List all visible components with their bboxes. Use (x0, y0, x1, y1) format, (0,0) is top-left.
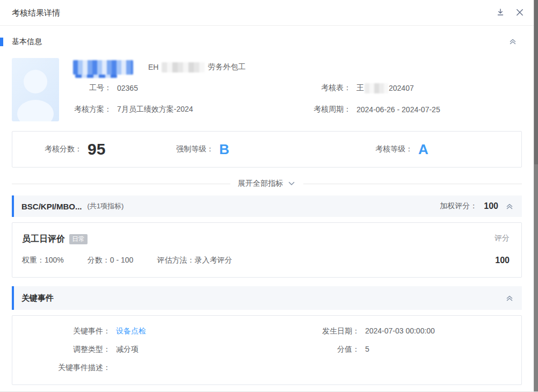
close-icon[interactable] (514, 7, 525, 18)
key-event-link[interactable]: 设备点检 (116, 326, 146, 336)
event-date-cell: 发生日期： 2024-07-03 00:00:00 (287, 326, 521, 336)
range-label: 分数： (88, 256, 110, 264)
employee-name-redacted (73, 60, 133, 75)
event-desc-label: 关键事件描述： (12, 363, 111, 373)
indicator-card-left: 员工日评价 日常 权重：100% 分数：0 - 100 评估方法：录入考评分 (22, 234, 461, 265)
key-event-label: 关键事件： (12, 326, 111, 336)
indicator-group-count: (共1项指标) (88, 201, 124, 211)
section-marker (0, 38, 3, 46)
key-events-header-right (505, 294, 514, 302)
indicator-weight: 权重：100% (22, 256, 64, 265)
indicator-badge: 日常 (69, 234, 88, 244)
key-event-row-1: 关键事件： 设备点检 发生日期： 2024-07-03 00:00:00 (12, 326, 521, 336)
employee-name-row: EH 劳务外包工 (73, 58, 522, 76)
employee-block: EH 劳务外包工 工号： 02365 考核表： 王 (12, 58, 522, 121)
key-event-cell: 关键事件： 设备点检 (12, 326, 287, 336)
forced-grade-cell: 强制等级： B (176, 142, 375, 156)
emp-no-label: 工号： (73, 83, 112, 93)
expand-indicators-row: 展开全部指标 (12, 176, 522, 191)
field-sheet: 考核表： 王 202407 (297, 83, 522, 93)
scrollbar-thumb[interactable] (534, 0, 538, 164)
indicator-range: 分数：0 - 100 (88, 256, 134, 265)
score-summary-card: 考核分数： 95 强制等级： B 考核等级： A (12, 131, 522, 168)
employee-tag-prefix: EH (148, 63, 158, 71)
collapse-group-icon[interactable] (505, 202, 514, 210)
assessment-score-label: 考核分数： (45, 144, 82, 154)
employee-fields: 工号： 02365 考核表： 王 202407 考核方案： 7月员工绩效方案- (73, 83, 522, 115)
indicator-fields: 权重：100% 分数：0 - 100 评估方法：录入考评分 (22, 256, 461, 265)
expand-all-label: 展开全部指标 (238, 179, 283, 188)
assessment-score-value: 95 (88, 141, 105, 157)
indicator-name: 员工日评价 (22, 234, 65, 245)
range-value: 0 - 100 (110, 256, 134, 264)
basic-info-title: 基本信息 (12, 37, 42, 47)
expand-all-indicators-button[interactable]: 展开全部指标 (230, 179, 303, 188)
assessment-grade-value: A (418, 142, 428, 156)
indicator-group-title: BSC/KPI/MBO... (21, 202, 82, 211)
sheet-value-prefix: 王 (357, 83, 364, 93)
method-label: 评估方法： (157, 256, 194, 264)
points-label: 分值： (287, 345, 360, 354)
event-date-value: 2024-07-03 00:00:00 (365, 326, 435, 336)
key-event-card: 关键事件： 设备点检 发生日期： 2024-07-03 00:00:00 调整类… (12, 315, 522, 385)
field-period: 考核周期： 2024-06-26 - 2024-07-25 (297, 104, 522, 115)
plan-value: 7月员工绩效方案-2024 (117, 105, 193, 114)
indicator-score-value: 100 (461, 256, 510, 265)
dialog-body: 基本信息 EH 劳务外包 (0, 37, 534, 385)
key-events-title: 关键事件 (21, 293, 54, 303)
method-value: 录入考评分 (194, 256, 232, 264)
header-actions (495, 7, 525, 18)
assessment-grade-label: 考核等级： (375, 144, 413, 154)
weight-value: 100% (45, 256, 64, 264)
indicator-card-right: 评分 100 (461, 234, 510, 265)
sheet-value: 王 202407 (357, 83, 414, 93)
divider-left (12, 184, 230, 184)
vertical-scrollbar[interactable] (534, 0, 538, 391)
employment-type-label: 劳务外包工 (208, 62, 245, 72)
sheet-value-redacted (365, 83, 388, 93)
employee-tags: EH 劳务外包工 (148, 62, 245, 72)
collapse-basic-info-icon[interactable] (508, 37, 518, 47)
weighted-score-value: 100 (484, 201, 498, 211)
key-events-section-header: 关键事件 (12, 286, 522, 310)
field-emp-no: 工号： 02365 (73, 83, 297, 93)
period-label: 考核周期： (297, 105, 351, 114)
basic-info-section-header: 基本信息 (12, 37, 522, 47)
divider-right (303, 184, 522, 184)
indicator-title-row: 员工日评价 日常 (22, 234, 461, 245)
score-column-header: 评分 (461, 234, 510, 243)
adjust-type-cell: 调整类型： 减分项 (12, 345, 287, 354)
indicator-card: 员工日评价 日常 权重：100% 分数：0 - 100 评估方法：录入考评分 (12, 222, 522, 278)
sheet-label: 考核表： (297, 83, 351, 93)
key-event-row-3: 关键事件描述： (12, 363, 521, 373)
points-value: 5 (365, 345, 369, 354)
assessment-detail-dialog: 考核结果详情 基本信息 (0, 0, 538, 392)
sheet-value-suffix: 202407 (389, 84, 414, 92)
plan-label: 考核方案： (73, 105, 112, 114)
employee-info: EH 劳务外包工 工号： 02365 考核表： 王 (73, 58, 522, 121)
weight-label: 权重： (22, 256, 45, 264)
employee-tag-redacted (162, 62, 205, 72)
emp-no-value: 02365 (117, 84, 138, 92)
avatar (12, 58, 59, 121)
event-desc-cell: 关键事件描述： (12, 363, 287, 373)
field-plan: 考核方案： 7月员工绩效方案-2024 (73, 104, 297, 115)
weighted-score-label: 加权评分： (440, 201, 477, 211)
page-title: 考核结果详情 (12, 8, 60, 18)
indicator-group-right: 加权评分： 100 (440, 201, 514, 211)
event-date-label: 发生日期： (287, 326, 360, 336)
indicator-method: 评估方法：录入考评分 (157, 256, 232, 265)
period-value: 2024-06-26 - 2024-07-25 (357, 105, 440, 114)
forced-grade-label: 强制等级： (176, 144, 214, 154)
key-event-row-2: 调整类型： 减分项 分值： 5 (12, 345, 521, 354)
indicator-group-header: BSC/KPI/MBO... (共1项指标) 加权评分： 100 (12, 195, 522, 217)
assessment-grade-cell: 考核等级： A (375, 142, 521, 156)
key-event-rows: 关键事件： 设备点检 发生日期： 2024-07-03 00:00:00 调整类… (12, 326, 521, 373)
assessment-score-cell: 考核分数： 95 (12, 141, 176, 157)
dialog-header: 考核结果详情 (0, 0, 538, 26)
download-icon[interactable] (495, 7, 506, 18)
adjust-type-label: 调整类型： (12, 345, 111, 354)
forced-grade-value: B (219, 142, 229, 156)
collapse-key-events-icon[interactable] (505, 294, 514, 302)
chevron-down-icon (287, 180, 296, 187)
